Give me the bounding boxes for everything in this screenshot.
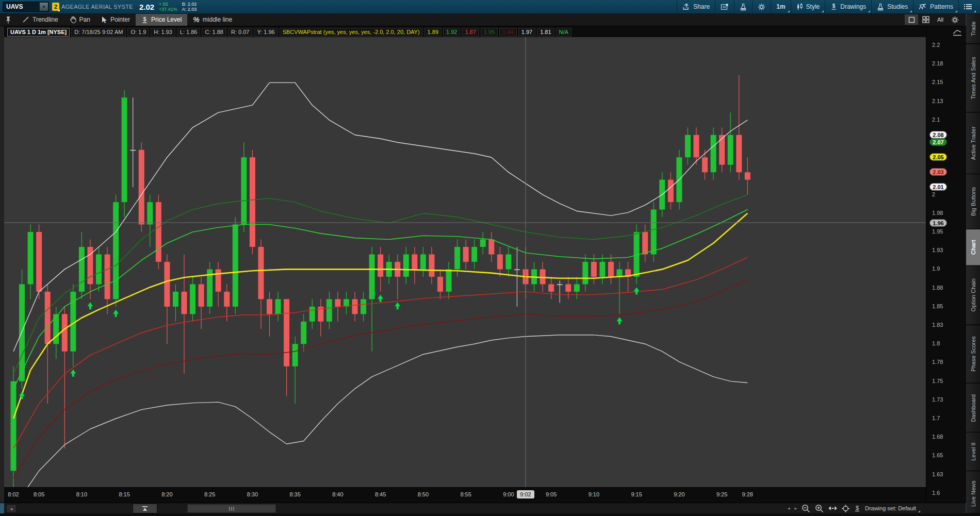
- price-tick: 2.13: [932, 98, 943, 104]
- main-header: UAVS ▼ 2 AGEAGLE AERIAL SYSTE 2.02 +.55 …: [0, 0, 980, 14]
- price-tick: 2.15: [932, 79, 943, 85]
- sidebar-tab-trade[interactable]: Trade: [966, 13, 980, 43]
- nudge-right-button[interactable]: ▸: [794, 506, 797, 511]
- flask-icon: [877, 3, 884, 11]
- readout-segment: L: 1.86: [177, 28, 201, 37]
- pin-toolbar-button[interactable]: [0, 13, 17, 26]
- readout-segment: 1.89: [424, 28, 442, 37]
- sidebar-tab-dashboard[interactable]: Dashboard: [966, 383, 980, 432]
- scrollbar-thumb[interactable]: [187, 504, 276, 513]
- scroll-left-button[interactable]: ◂: [6, 504, 17, 513]
- price-tick: 2.18: [932, 60, 943, 66]
- candlestick-plot[interactable]: [0, 37, 926, 487]
- price-bubble: 2.05: [929, 153, 947, 161]
- price-bubble: 2.01: [929, 183, 947, 191]
- time-label: 8:55: [455, 491, 476, 497]
- menu-icon: [964, 4, 972, 10]
- price-tick: 1.9: [932, 265, 940, 272]
- toolbar-settings-button[interactable]: [948, 14, 961, 25]
- chart-toolbar: Trendline Pan Pointer $ Price Level % mi…: [0, 13, 966, 26]
- news-calendar-button[interactable]: 9: [715, 0, 734, 13]
- last-price: 2.02: [139, 3, 154, 11]
- price-bubble: 2.08: [929, 131, 947, 139]
- price-tick: 1.75: [932, 378, 943, 384]
- chart-area[interactable]: UAVS 1 D 1m [NYSE]D: 7/18/25 9:02 AMO: 1…: [0, 26, 926, 503]
- jump-to-latest-button[interactable]: [133, 504, 157, 513]
- candlestick-icon: [796, 3, 803, 10]
- sidebar-tab-level-ii[interactable]: Level II: [966, 432, 980, 471]
- readout-segment: 1.81: [537, 28, 554, 37]
- symbol-input[interactable]: UAVS ▼: [3, 2, 49, 12]
- sidebar-tab-phase-scores[interactable]: Phase Scores: [966, 325, 980, 383]
- time-label: 8:50: [413, 491, 433, 497]
- jump-to-end-icon: [142, 506, 148, 511]
- sidebar-tab-big-buttons[interactable]: Big Buttons: [966, 174, 980, 229]
- hand-icon: [70, 16, 76, 23]
- grid-layout-button[interactable]: [919, 14, 933, 25]
- window-menu[interactable]: [959, 0, 977, 13]
- gadget-tab-rail: TradeTimes And SalesActive TraderBig But…: [966, 13, 980, 516]
- middle-line-tool[interactable]: % middle line: [187, 13, 238, 26]
- svg-text:$: $: [832, 3, 836, 9]
- gear-icon: [758, 3, 765, 11]
- news-icon: 9: [721, 3, 729, 11]
- time-label: 8:35: [285, 491, 305, 497]
- zoom-in-icon[interactable]: [815, 504, 824, 513]
- sidebar-tab-times-and-sales[interactable]: Times And Sales: [966, 43, 980, 112]
- sidebar-tab-option-chain[interactable]: Option Chain: [966, 265, 980, 325]
- sidebar-tab-live-news[interactable]: Live News: [966, 471, 980, 516]
- price-marker-icon[interactable]: $: [854, 505, 860, 512]
- interval-selector[interactable]: 1m: [771, 0, 790, 13]
- bid-ask-stack: B: 2.02 A: 2.03: [182, 2, 197, 12]
- time-label: 8:45: [370, 491, 391, 497]
- share-button[interactable]: Share: [677, 0, 715, 13]
- price-tick: 1.85: [932, 303, 943, 309]
- maximize-chart-button[interactable]: [905, 14, 918, 25]
- pan-tool[interactable]: Pan: [64, 13, 96, 26]
- price-tick: 2: [932, 191, 935, 197]
- readout-segment: O: 1.9: [127, 28, 149, 37]
- dollar-underline-icon: $: [830, 3, 837, 10]
- quick-study-button[interactable]: [734, 0, 752, 13]
- ohlc-readout-bar: UAVS 1 D 1m [NYSE]D: 7/18/25 9:02 AMO: 1…: [7, 28, 573, 37]
- horizontal-expand-icon[interactable]: [828, 505, 837, 511]
- pointer-tool[interactable]: Pointer: [96, 13, 136, 26]
- sidebar-tab-active-trader[interactable]: Active Trader: [966, 112, 980, 174]
- corner-accent: [0, 503, 4, 513]
- readout-segment: 1.87: [462, 28, 479, 37]
- all-charts-button[interactable]: All: [934, 14, 947, 25]
- patterns-menu[interactable]: Patterns: [913, 0, 958, 13]
- price-tick: 1.6: [932, 490, 940, 496]
- trendline-tool[interactable]: Trendline: [17, 13, 64, 26]
- time-label: 9:20: [669, 491, 690, 497]
- drawings-menu[interactable]: $ Drawings: [825, 0, 871, 13]
- price-axis[interactable]: 2.22.182.152.132.121.981.951.931.91.881.…: [926, 26, 966, 503]
- symbol-dropdown-caret[interactable]: ▼: [40, 3, 48, 11]
- chart-settings-button[interactable]: [753, 0, 771, 13]
- zoom-out-icon[interactable]: [802, 504, 810, 513]
- change-value: +.55: [159, 2, 177, 7]
- left-edge-strip: [0, 13, 4, 513]
- percent-icon: %: [193, 15, 199, 24]
- drawing-set-selector[interactable]: Drawing set: Default: [865, 505, 920, 511]
- studies-menu[interactable]: Studies: [872, 0, 913, 13]
- time-label: 9:25: [712, 491, 732, 497]
- readout-segment: C: 1.88: [202, 28, 226, 37]
- quote-level-badge[interactable]: 2: [52, 3, 59, 11]
- price-level-tool[interactable]: $ Price Level: [136, 13, 187, 26]
- style-menu[interactable]: Style: [791, 0, 825, 13]
- time-label: 9:10: [583, 491, 604, 497]
- time-label: 9:15: [626, 491, 647, 497]
- readout-segment: 1.95: [481, 28, 498, 37]
- change-stack: +.55 +37.41%: [159, 2, 177, 12]
- svg-text:$: $: [143, 16, 146, 22]
- nudge-left-button[interactable]: ◂: [788, 506, 790, 511]
- sidebar-tab-chart[interactable]: Chart: [966, 229, 980, 265]
- ask-value: A: 2.03: [182, 7, 197, 12]
- readout-segment: 1.97: [518, 28, 535, 37]
- price-tick: 2.1: [932, 116, 940, 123]
- time-label: 8:30: [242, 491, 263, 497]
- time-label: 8:25: [200, 491, 220, 497]
- crosshair-target-icon[interactable]: [842, 505, 850, 512]
- axis-scale-icon[interactable]: [953, 29, 962, 36]
